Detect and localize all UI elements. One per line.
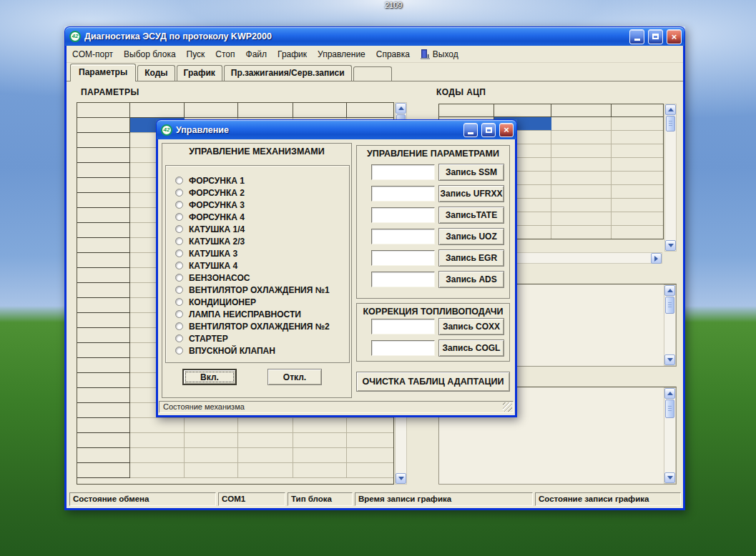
- table-cell[interactable]: [551, 158, 612, 172]
- column-header-cell[interactable]: [238, 103, 293, 118]
- table-cell[interactable]: [130, 463, 185, 478]
- column-header-cell[interactable]: [612, 104, 664, 117]
- table-cell[interactable]: [551, 131, 612, 144]
- tab-empty[interactable]: [353, 66, 392, 81]
- column-header-cell[interactable]: [551, 104, 612, 117]
- params-table-vscroll-down-button[interactable]: [396, 473, 406, 484]
- decode-panel-vscroll-thumb[interactable]: [665, 297, 674, 314]
- param-write-button-2[interactable]: ЗаписьTATE: [438, 207, 504, 224]
- table-cell[interactable]: [77, 223, 130, 238]
- menu-item-7[interactable]: Справка: [376, 49, 410, 59]
- radio-option-1[interactable]: ФОРСУНКА 2: [175, 187, 349, 199]
- radio-circle-icon[interactable]: [175, 310, 183, 318]
- table-cell[interactable]: [238, 448, 293, 463]
- table-cell[interactable]: [77, 163, 130, 178]
- radio-option-14[interactable]: ВПУСКНОЙ КЛАПАН: [175, 344, 349, 357]
- dialog-close-button[interactable]: ×: [499, 123, 514, 137]
- radio-option-10[interactable]: КОНДИЦИОНЕР: [175, 296, 349, 308]
- radio-circle-icon[interactable]: [175, 225, 183, 233]
- adc-table-vscroll-down-button[interactable]: [665, 240, 676, 251]
- main-titlebar[interactable]: 42 Диагностика ЭСУД по протоколу KWP2000…: [64, 26, 685, 46]
- table-cell[interactable]: [77, 178, 130, 193]
- table-cell[interactable]: [77, 253, 130, 268]
- menu-item-5[interactable]: График: [278, 49, 307, 59]
- radio-circle-icon[interactable]: [175, 189, 183, 197]
- table-cell[interactable]: [77, 373, 130, 388]
- column-header-cell[interactable]: [185, 103, 238, 118]
- table-cell[interactable]: [612, 172, 664, 185]
- table-cell[interactable]: [293, 448, 347, 463]
- table-cell[interactable]: [77, 463, 130, 478]
- table-cell[interactable]: [612, 144, 664, 158]
- table-cell[interactable]: [130, 418, 185, 433]
- radio-circle-icon[interactable]: [175, 322, 183, 330]
- table-cell[interactable]: [130, 433, 185, 448]
- table-cell[interactable]: [185, 418, 238, 433]
- table-cell[interactable]: [612, 185, 664, 199]
- menu-item-4[interactable]: Файл: [246, 49, 267, 59]
- menu-item-3[interactable]: Стоп: [215, 49, 235, 59]
- radio-option-6[interactable]: КАТУШКА 3: [175, 247, 349, 259]
- info-panel-vscroll-thumb[interactable]: [665, 399, 674, 418]
- table-cell[interactable]: [551, 144, 612, 158]
- table-cell[interactable]: [612, 226, 664, 239]
- table-cell[interactable]: [293, 418, 347, 433]
- radio-option-9[interactable]: ВЕНТИЛЯТОР ОХЛАЖДЕНИЯ №1: [175, 284, 349, 296]
- table-cell[interactable]: [77, 358, 130, 373]
- radio-circle-icon[interactable]: [175, 334, 183, 342]
- minimize-button[interactable]: [629, 29, 644, 44]
- radio-option-2[interactable]: ФОРСУНКА 3: [175, 199, 349, 211]
- param-write-button-5[interactable]: Запись ADS: [438, 271, 504, 288]
- param-input-5[interactable]: [371, 272, 435, 287]
- adc-table-vscroll-thumb[interactable]: [666, 116, 675, 131]
- column-header-cell[interactable]: [439, 104, 494, 117]
- radio-circle-icon[interactable]: [175, 274, 183, 282]
- dialog-maximize-button[interactable]: [481, 123, 496, 137]
- off-button[interactable]: Откл.: [267, 369, 322, 385]
- table-cell[interactable]: [612, 131, 664, 144]
- radio-option-7[interactable]: КАТУШКА 4: [175, 259, 349, 272]
- param-input-4[interactable]: [371, 250, 435, 266]
- radio-circle-icon[interactable]: [175, 213, 183, 221]
- adc-table-hscroll-right-button[interactable]: [651, 253, 662, 264]
- radio-circle-icon[interactable]: [175, 286, 183, 294]
- param-write-button-1[interactable]: Запись UFRXX: [438, 185, 504, 202]
- radio-option-12[interactable]: ВЕНТИЛЯТОР ОХЛАЖДЕНИЯ №2: [175, 320, 349, 332]
- param-input-0[interactable]: [371, 164, 435, 180]
- radio-circle-icon[interactable]: [175, 347, 183, 354]
- table-cell[interactable]: [77, 193, 130, 208]
- tab-3[interactable]: Пр.зажигания/Серв.записи: [224, 65, 352, 81]
- column-header-cell[interactable]: [494, 104, 551, 117]
- column-header-cell[interactable]: [77, 103, 130, 118]
- table-cell[interactable]: [77, 403, 130, 418]
- close-button[interactable]: ×: [667, 29, 682, 44]
- table-cell[interactable]: [612, 212, 664, 226]
- param-write-button-3[interactable]: Запись UOZ: [438, 228, 504, 245]
- table-cell[interactable]: [551, 199, 612, 212]
- fuel-input-1[interactable]: [371, 340, 435, 356]
- table-cell[interactable]: [612, 199, 664, 212]
- table-cell[interactable]: [185, 463, 238, 478]
- table-cell[interactable]: [238, 418, 293, 433]
- table-cell[interactable]: [77, 283, 130, 298]
- table-cell[interactable]: [77, 418, 130, 433]
- radio-option-8[interactable]: БЕНЗОНАСОС: [175, 272, 349, 284]
- table-cell[interactable]: [612, 158, 664, 172]
- table-cell[interactable]: [347, 448, 394, 463]
- radio-option-11[interactable]: ЛАМПА НЕИСПРАВНОСТИ: [175, 308, 349, 320]
- decode-panel-vscroll-down-button[interactable]: [664, 354, 675, 365]
- radio-circle-icon[interactable]: [175, 262, 183, 269]
- param-input-3[interactable]: [371, 229, 435, 244]
- info-panel-vscroll-up-button[interactable]: [664, 388, 675, 399]
- info-panel-vscroll-down-button[interactable]: [664, 472, 675, 483]
- clear-adaptation-button[interactable]: ОЧИСТКА ТАБЛИЦ АДАПТАЦИИ: [356, 372, 510, 392]
- table-cell[interactable]: [238, 433, 293, 448]
- adc-table-vscroll[interactable]: [664, 104, 677, 252]
- table-cell[interactable]: [551, 185, 612, 199]
- desktop-icon-label[interactable]: 2109: [385, 1, 402, 9]
- adc-table-vscroll-up-button[interactable]: [665, 104, 676, 115]
- table-cell[interactable]: [77, 208, 130, 223]
- table-cell[interactable]: [77, 133, 130, 148]
- column-header-cell[interactable]: [293, 103, 347, 118]
- table-cell[interactable]: [293, 433, 347, 448]
